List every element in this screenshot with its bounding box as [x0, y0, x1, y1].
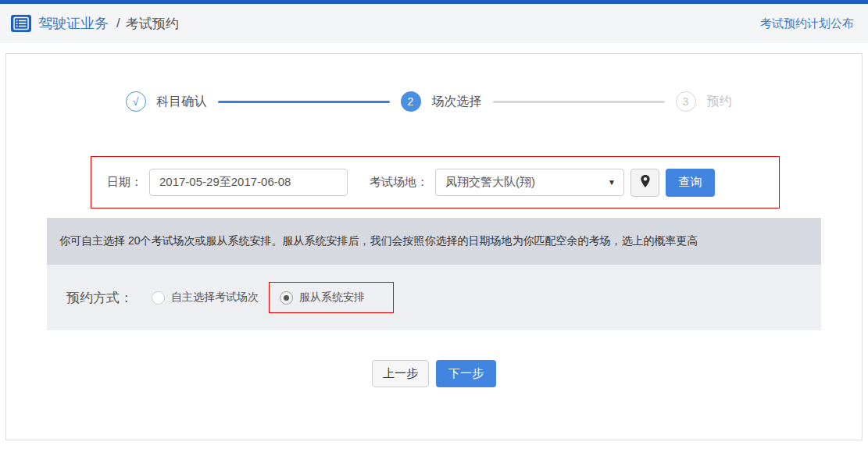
main-panel: √ 科目确认 2 场次选择 3 预约 日期： 考试场地： 凤翔交警大队(翔) ▼… — [5, 53, 863, 440]
step-2-label: 场次选择 — [432, 94, 482, 110]
radio-system-assign[interactable]: 服从系统安排 — [280, 290, 365, 305]
radio-self-select-label: 自主选择考试场次 — [171, 290, 259, 305]
query-form-row: 日期： 考试场地： 凤翔交警大队(翔) ▼ 查询 — [91, 156, 780, 208]
breadcrumb-separator: / — [116, 16, 120, 31]
step-1-marker: √ — [126, 91, 146, 112]
next-step-button[interactable]: 下一步 — [436, 360, 496, 387]
list-icon — [11, 15, 31, 32]
step-1-label: 科目确认 — [157, 94, 207, 110]
step-3-marker: 3 — [676, 91, 696, 112]
step-2-marker: 2 — [401, 91, 421, 112]
breadcrumb-section[interactable]: 驾驶证业务 — [38, 14, 109, 33]
map-location-button[interactable] — [630, 169, 659, 197]
venue-label: 考试场地： — [370, 175, 428, 190]
radio-dot — [284, 295, 289, 301]
venue-selected-value: 凤翔交警大队(翔) — [445, 175, 535, 190]
previous-step-button[interactable]: 上一步 — [372, 360, 429, 387]
step-3-label: 预约 — [707, 94, 732, 110]
breadcrumb-current: 考试预约 — [126, 15, 179, 33]
location-pin-icon — [640, 174, 651, 191]
selected-option-highlight: 服从系统安排 — [269, 282, 394, 313]
radio-system-assign-label: 服从系统安排 — [299, 290, 365, 305]
booking-method-label: 预约方式： — [66, 289, 133, 307]
exam-plan-link[interactable]: 考试预约计划公布 — [760, 16, 854, 31]
radio-self-select-icon[interactable] — [152, 291, 165, 305]
venue-select[interactable]: 凤翔交警大队(翔) ▼ — [435, 169, 624, 196]
radio-self-select[interactable]: 自主选择考试场次 — [152, 290, 259, 305]
step-connector-pending — [493, 101, 665, 103]
notice-text: 你可自主选择 20个考试场次或服从系统安排。服从系统安排后，我们会按照你选择的日… — [59, 234, 698, 248]
step-connector-done — [218, 101, 390, 103]
dropdown-arrow-icon: ▼ — [608, 178, 616, 187]
date-range-input[interactable] — [149, 169, 348, 196]
booking-method-section: 预约方式： 自主选择考试场次 服从系统安排 — [47, 265, 821, 330]
notice-bar: 你可自主选择 20个考试场次或服从系统安排。服从系统安排后，我们会按照你选择的日… — [47, 218, 821, 265]
date-label: 日期： — [107, 175, 142, 190]
step-indicator: √ 科目确认 2 场次选择 3 预约 — [6, 91, 862, 112]
radio-system-assign-icon[interactable] — [280, 291, 293, 305]
page-header: 驾驶证业务 / 考试预约 考试预约计划公布 — [0, 4, 868, 43]
search-button[interactable]: 查询 — [666, 169, 715, 197]
wizard-actions: 上一步 下一步 — [6, 360, 862, 387]
